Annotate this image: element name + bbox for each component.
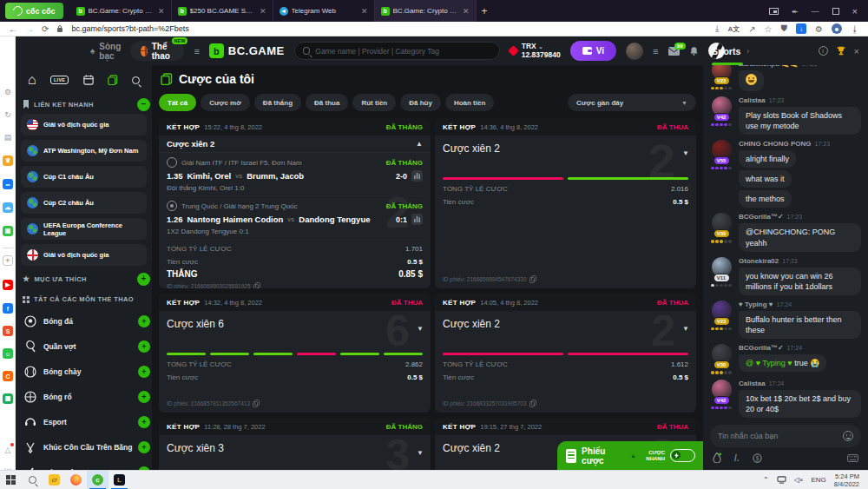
chat-command-icon[interactable]: /. [734,453,740,463]
close-tab-icon[interactable]: ✕ [158,7,165,16]
copy-icon[interactable] [253,282,260,288]
minimize-button[interactable]: — [812,7,819,16]
sidebar-quick-link[interactable]: ATP Washington, Mỹ Đơn Nam [21,140,147,162]
close-tab-icon[interactable]: ✕ [260,7,266,16]
maximize-button[interactable] [832,8,839,15]
user-avatar[interactable] [626,43,643,60]
bcgame-logo[interactable]: b BC.GAME [209,43,285,58]
shop-icon[interactable]: S [3,326,13,336]
sidebar-toggle-icon[interactable]: ≡ [194,46,199,56]
sheets-icon[interactable]: ▦ [3,393,13,404]
bookmark-star-icon[interactable]: ☆ [765,24,773,34]
expand-sport-button[interactable]: + [138,391,150,403]
expand-sport-button[interactable]: + [138,366,150,378]
sidebar-quick-link[interactable]: Cúp C2 châu Âu [21,192,147,214]
quick-bet-toggle[interactable] [670,449,695,462]
betslip-bar[interactable]: Phiếu cược ▲ CƯỢC NHANH [557,441,703,470]
share-icon[interactable]: ↗ [748,24,755,34]
weather-icon[interactable]: ☁ [3,202,13,213]
filter-pill[interactable]: Rút tiền [352,94,396,111]
extensions-icon[interactable]: ⚙ [815,24,823,34]
filter-pill[interactable]: Hoàn tiền [445,94,494,111]
coccoc-brand-button[interactable]: cốc cốc [5,3,63,19]
tab-sports-panel[interactable]: Sports [712,46,740,56]
sidebar-quick-link[interactable]: Giải vô địch quốc gia [21,114,147,135]
cart-icon[interactable]: C [3,371,13,381]
games-icon[interactable]: ▣ [3,226,13,236]
info-icon[interactable]: i [819,46,828,56]
sidebar-sport-soccer[interactable]: Bóng đá+ [21,308,147,334]
translate-icon[interactable]: A文 [727,24,740,34]
expand-caret-icon[interactable]: ▼ [417,449,424,457]
sidebar-mybets-icon[interactable] [108,75,118,85]
chat-input[interactable] [710,425,861,447]
filter-pill[interactable]: Tất cả [159,94,196,111]
sidebar-home-icon[interactable]: ⌂ [28,72,36,88]
notifications-button[interactable] [689,46,699,56]
expand-sport-button[interactable]: + [138,416,150,428]
match-stats-icon[interactable] [411,170,423,182]
balance-selector[interactable]: TRX ⌄ 12.8379840 [510,43,561,59]
refresh-button[interactable]: ⟳ [42,24,49,34]
sports-nav-button[interactable]: Thể thao NEW [130,41,184,61]
sort-dropdown[interactable]: Cược gần đây▼ [568,94,696,111]
facebook-icon[interactable]: f [3,303,13,314]
firefox-button[interactable] [65,471,87,489]
sidebar-quick-link[interactable]: Giải vô địch quốc gia [21,244,147,266]
history-icon[interactable]: ↻ [3,109,13,120]
sidebar-sport-hockey[interactable]: Khúc Côn Cầu Trên Băng+ [21,434,147,459]
inbox-button[interactable]: 99 [668,47,680,56]
vip-crown-icon[interactable]: ♛ [3,155,13,166]
copy-icon[interactable] [253,400,260,407]
chat-message-input[interactable] [718,432,843,440]
casino-nav-button[interactable]: ♠ Sòng bạc [90,42,121,61]
expand-sport-button[interactable]: + [138,441,150,453]
add-favorite-button[interactable]: + [137,273,150,286]
taskbar-search-button[interactable] [22,471,43,489]
menu-icon[interactable]: ≡ [653,46,658,56]
sidebar-sport-tennis[interactable]: Quần vợt+ [21,334,147,359]
browser-tab[interactable]: bBC.Game: Crypto Casino Ga✕ [375,0,477,22]
sidebar-sport-baseball[interactable]: Bóng chày+ [21,359,147,384]
language-indicator[interactable]: ENG [811,476,825,484]
browser-tab[interactable]: b$250 BC.GAME SPORTS PARL✕ [172,0,273,22]
tray-expand-icon[interactable]: ⌃ [763,476,769,484]
emoji-picker-icon[interactable] [843,431,853,441]
download-manager-icon[interactable]: ↓ [796,23,806,34]
game-search-input[interactable] [315,47,490,56]
close-panel-icon[interactable]: × [854,46,859,56]
expand-caret-icon[interactable]: ▼ [682,325,689,333]
expand-caret-icon[interactable]: ▼ [682,149,689,157]
add-icon[interactable]: + [3,255,13,266]
sidebar-sport-basketball[interactable]: Bóng rổ+ [21,384,147,409]
expand-sport-button[interactable]: + [138,340,150,353]
back-button[interactable]: ← [9,24,17,34]
tab-history-icon[interactable]: ↞ [792,7,799,16]
match-stats-icon[interactable] [411,214,423,225]
browser-tab[interactable]: bBC.Game: Crypto Casino Ga✕ [70,0,172,22]
tip-coin-icon[interactable]: $ [753,453,762,463]
taskbar-clock[interactable]: 5:24 PM 8/4/2022 [834,472,859,488]
expand-sport-button[interactable]: + [138,315,150,327]
adblock-shield-icon[interactable]: ⛊ [781,23,788,34]
settings-icon[interactable]: ⚙ [3,87,13,97]
file-explorer-button[interactable]: ▱ [43,471,65,489]
sidebar-search-icon[interactable] [132,76,140,84]
url-text[interactable]: bc.game/sports?bt-path=%2Fbets [71,24,188,33]
close-tab-icon[interactable]: ✕ [463,7,470,16]
lol-button[interactable]: L [108,471,130,489]
reading-list-icon[interactable]: ▤ [3,132,13,142]
save-page-icon[interactable]: ⤓ [715,23,719,34]
game-search[interactable] [294,42,500,60]
chevron-right-icon[interactable]: › [746,47,749,56]
collapse-quick-links-button[interactable]: − [137,98,150,111]
new-tab-button[interactable]: + [482,5,488,17]
forward-button[interactable]: → [25,24,34,34]
keyboard-icon[interactable] [847,454,858,462]
browser-tab[interactable]: ◄Telegram Web✕ [273,0,375,22]
copy-icon[interactable] [529,275,536,283]
start-button[interactable] [0,471,22,489]
filter-pill[interactable]: Cược mở [201,94,250,111]
sidebar-calendar-icon[interactable] [83,75,94,85]
close-window-button[interactable]: × [852,6,858,17]
